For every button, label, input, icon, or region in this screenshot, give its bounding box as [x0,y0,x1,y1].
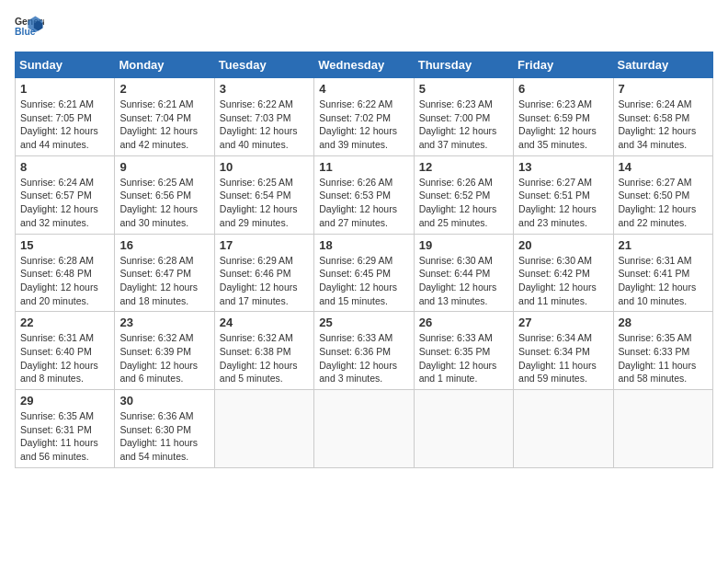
calendar-header: SundayMondayTuesdayWednesdayThursdayFrid… [16,52,713,78]
day-info: Sunrise: 6:23 AMSunset: 6:59 PMDaylight:… [518,98,608,152]
day-number: 30 [119,394,209,408]
day-number: 19 [419,238,508,252]
weekday-header-friday: Friday [514,52,613,78]
day-cell-6: 6Sunrise: 6:23 AMSunset: 6:59 PMDaylight… [514,78,613,156]
day-cell-29: 29Sunrise: 6:35 AMSunset: 6:31 PMDayligh… [16,390,115,468]
day-cell-7: 7Sunrise: 6:24 AMSunset: 6:58 PMDaylight… [613,78,712,156]
day-cell-4: 4Sunrise: 6:22 AMSunset: 7:02 PMDaylight… [314,78,414,156]
day-info: Sunrise: 6:29 AMSunset: 6:45 PMDaylight:… [319,254,408,308]
day-number: 15 [20,238,109,252]
day-info: Sunrise: 6:32 AMSunset: 6:39 PMDaylight:… [119,331,209,385]
calendar-body: 1Sunrise: 6:21 AMSunset: 7:05 PMDaylight… [16,78,713,468]
day-cell-28: 28Sunrise: 6:35 AMSunset: 6:33 PMDayligh… [613,312,712,390]
day-info: Sunrise: 6:28 AMSunset: 6:47 PMDaylight:… [119,254,209,308]
day-cell-2: 2Sunrise: 6:21 AMSunset: 7:04 PMDaylight… [115,78,214,156]
day-cell-1: 1Sunrise: 6:21 AMSunset: 7:05 PMDaylight… [16,78,115,156]
day-info: Sunrise: 6:35 AMSunset: 6:33 PMDaylight:… [619,331,708,385]
day-info: Sunrise: 6:33 AMSunset: 6:36 PMDaylight:… [319,331,408,385]
day-cell-22: 22Sunrise: 6:31 AMSunset: 6:40 PMDayligh… [16,312,115,390]
day-number: 3 [220,82,309,96]
calendar-week-row: 15Sunrise: 6:28 AMSunset: 6:48 PMDayligh… [16,234,713,312]
day-number: 21 [619,238,708,252]
day-cell-23: 23Sunrise: 6:32 AMSunset: 6:39 PMDayligh… [115,312,214,390]
day-number: 1 [20,82,109,96]
day-number: 27 [518,316,608,329]
day-cell-20: 20Sunrise: 6:30 AMSunset: 6:42 PMDayligh… [514,234,613,312]
day-number: 4 [319,82,408,96]
empty-cell [613,390,712,468]
day-info: Sunrise: 6:25 AMSunset: 6:54 PMDaylight:… [220,176,309,230]
day-number: 9 [119,160,209,174]
day-number: 17 [220,238,309,252]
day-info: Sunrise: 6:30 AMSunset: 6:44 PMDaylight:… [419,254,508,308]
day-number: 11 [319,160,408,174]
day-cell-15: 15Sunrise: 6:28 AMSunset: 6:48 PMDayligh… [16,234,115,312]
day-info: Sunrise: 6:27 AMSunset: 6:50 PMDaylight:… [619,176,708,230]
day-info: Sunrise: 6:26 AMSunset: 6:53 PMDaylight:… [319,176,408,230]
day-info: Sunrise: 6:26 AMSunset: 6:52 PMDaylight:… [419,176,508,230]
empty-cell [414,390,513,468]
day-info: Sunrise: 6:28 AMSunset: 6:48 PMDaylight:… [20,254,109,308]
weekday-header-tuesday: Tuesday [214,52,313,78]
day-number: 2 [119,82,209,96]
day-cell-30: 30Sunrise: 6:36 AMSunset: 6:30 PMDayligh… [115,390,214,468]
day-info: Sunrise: 6:24 AMSunset: 6:58 PMDaylight:… [619,98,708,152]
day-cell-19: 19Sunrise: 6:30 AMSunset: 6:44 PMDayligh… [414,234,513,312]
day-info: Sunrise: 6:32 AMSunset: 6:38 PMDaylight:… [220,331,309,385]
day-number: 12 [419,160,508,174]
day-cell-14: 14Sunrise: 6:27 AMSunset: 6:50 PMDayligh… [613,155,712,234]
day-cell-3: 3Sunrise: 6:22 AMSunset: 7:03 PMDaylight… [214,78,313,156]
day-cell-12: 12Sunrise: 6:26 AMSunset: 6:52 PMDayligh… [414,155,513,234]
day-number: 28 [619,316,708,329]
day-number: 23 [119,316,209,329]
day-number: 5 [419,82,508,96]
day-number: 7 [619,82,708,96]
day-cell-10: 10Sunrise: 6:25 AMSunset: 6:54 PMDayligh… [214,155,313,234]
weekday-header-monday: Monday [115,52,214,78]
empty-cell [514,390,613,468]
day-number: 18 [319,238,408,252]
day-number: 8 [20,160,109,174]
day-number: 20 [518,238,608,252]
empty-cell [214,390,313,468]
weekday-header-sunday: Sunday [16,52,115,78]
calendar-week-row: 1Sunrise: 6:21 AMSunset: 7:05 PMDaylight… [16,78,713,156]
day-info: Sunrise: 6:30 AMSunset: 6:42 PMDaylight:… [518,254,608,308]
logo-icon: General Blue [15,15,44,40]
weekday-header-thursday: Thursday [414,52,513,78]
day-info: Sunrise: 6:29 AMSunset: 6:46 PMDaylight:… [220,254,309,308]
logo: General Blue [15,15,48,40]
day-info: Sunrise: 6:21 AMSunset: 7:05 PMDaylight:… [20,98,109,152]
day-cell-21: 21Sunrise: 6:31 AMSunset: 6:41 PMDayligh… [613,234,712,312]
day-info: Sunrise: 6:23 AMSunset: 7:00 PMDaylight:… [419,98,508,152]
day-number: 13 [518,160,608,174]
weekday-header-wednesday: Wednesday [314,52,414,78]
empty-cell [314,390,414,468]
day-number: 25 [319,316,408,329]
day-cell-16: 16Sunrise: 6:28 AMSunset: 6:47 PMDayligh… [115,234,214,312]
calendar-week-row: 8Sunrise: 6:24 AMSunset: 6:57 PMDaylight… [16,155,713,234]
calendar-week-row: 22Sunrise: 6:31 AMSunset: 6:40 PMDayligh… [16,312,713,390]
day-info: Sunrise: 6:21 AMSunset: 7:04 PMDaylight:… [119,98,209,152]
page-header: General Blue [15,15,713,40]
day-info: Sunrise: 6:33 AMSunset: 6:35 PMDaylight:… [419,331,508,385]
day-cell-11: 11Sunrise: 6:26 AMSunset: 6:53 PMDayligh… [314,155,414,234]
day-info: Sunrise: 6:25 AMSunset: 6:56 PMDaylight:… [119,176,209,230]
day-cell-8: 8Sunrise: 6:24 AMSunset: 6:57 PMDaylight… [16,155,115,234]
day-cell-5: 5Sunrise: 6:23 AMSunset: 7:00 PMDaylight… [414,78,513,156]
day-number: 16 [119,238,209,252]
day-info: Sunrise: 6:35 AMSunset: 6:31 PMDaylight:… [20,409,109,464]
day-info: Sunrise: 6:22 AMSunset: 7:02 PMDaylight:… [319,98,408,152]
day-number: 29 [20,394,109,408]
calendar-week-row: 29Sunrise: 6:35 AMSunset: 6:31 PMDayligh… [16,390,713,468]
day-cell-13: 13Sunrise: 6:27 AMSunset: 6:51 PMDayligh… [514,155,613,234]
weekday-header-row: SundayMondayTuesdayWednesdayThursdayFrid… [16,52,713,78]
day-number: 22 [20,316,109,329]
day-cell-27: 27Sunrise: 6:34 AMSunset: 6:34 PMDayligh… [514,312,613,390]
day-info: Sunrise: 6:24 AMSunset: 6:57 PMDaylight:… [20,176,109,230]
day-info: Sunrise: 6:31 AMSunset: 6:40 PMDaylight:… [20,331,109,385]
day-number: 10 [220,160,309,174]
day-cell-25: 25Sunrise: 6:33 AMSunset: 6:36 PMDayligh… [314,312,414,390]
day-cell-18: 18Sunrise: 6:29 AMSunset: 6:45 PMDayligh… [314,234,414,312]
day-number: 24 [220,316,309,329]
